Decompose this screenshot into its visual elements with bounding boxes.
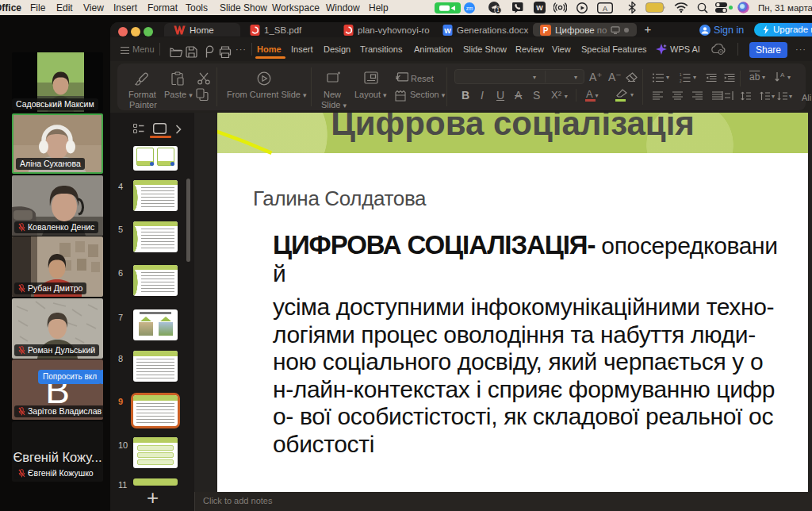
svg-text:zm: zm xyxy=(466,5,473,10)
svg-text:A: A xyxy=(603,4,607,12)
svg-text:P: P xyxy=(543,26,549,35)
svg-text:1: 1 xyxy=(496,7,500,13)
svg-text:W: W xyxy=(536,4,543,12)
svg-text:1: 1 xyxy=(680,73,682,77)
svg-text:A: A xyxy=(780,71,785,79)
svg-text:W: W xyxy=(444,26,451,34)
svg-text:2: 2 xyxy=(680,79,682,83)
